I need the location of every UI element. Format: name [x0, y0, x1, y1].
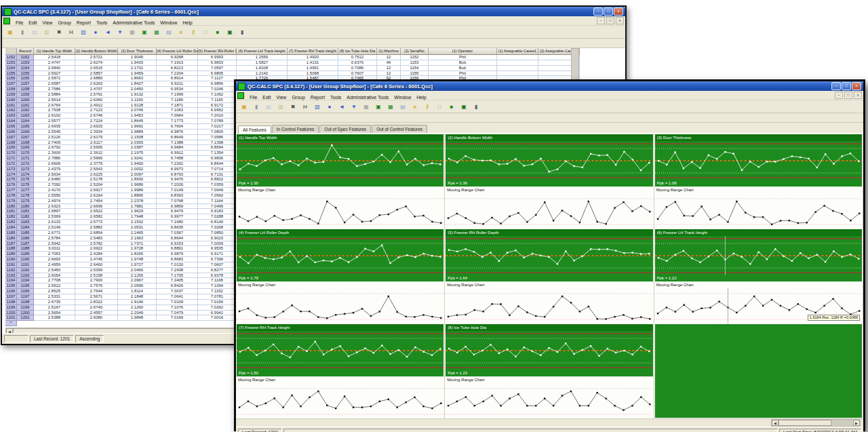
row-selector[interactable]: 1162 [5, 108, 17, 113]
row-selector[interactable]: 1185 [5, 231, 17, 236]
panel-icon[interactable]: □ [434, 102, 445, 112]
minimize-button[interactable]: – [831, 82, 841, 90]
grid-icon[interactable]: ▦ [361, 102, 372, 112]
row-selector[interactable]: 1159 [5, 92, 17, 98]
menu-item-window[interactable]: Window [391, 94, 414, 100]
table-row[interactable]: 115511552.59272.58571.94597.22046.98051.… [5, 71, 580, 77]
row-selector[interactable]: 1192 [5, 268, 17, 273]
menu-item-group[interactable]: Group [289, 94, 307, 100]
row-selector[interactable]: 1189 [5, 252, 17, 257]
report-icon[interactable]: ▧ [312, 102, 323, 112]
row-selector[interactable]: 1200 [5, 311, 17, 316]
paste-icon[interactable]: ▥ [41, 27, 52, 37]
folder-icon[interactable]: ■ [410, 102, 420, 112]
row-selector[interactable]: 1161 [5, 103, 17, 109]
grid-icon[interactable]: ▦ [127, 27, 138, 37]
panel-green-icon[interactable]: ■ [212, 27, 223, 37]
row-selector[interactable]: 1169 [5, 145, 17, 151]
column-header[interactable]: (8) Ice Tube Hole Dia [338, 48, 377, 55]
column-header[interactable]: (1) Handle Top Width [34, 48, 75, 55]
row-selector[interactable]: 1164 [5, 119, 17, 124]
datasheet-icon[interactable]: ▤ [163, 27, 174, 37]
first-record-icon[interactable]: ◄ [336, 102, 347, 112]
open-file-icon[interactable]: ▣ [239, 102, 250, 112]
tab-all-features[interactable]: All Features [238, 125, 271, 134]
pause-icon[interactable]: H [66, 27, 77, 37]
row-selector[interactable]: 1196 [5, 289, 17, 294]
tab-out-of-spec-features[interactable]: Out of Spec Features [319, 125, 371, 133]
row-selector[interactable]: 1179 [5, 199, 17, 204]
row-selector[interactable]: 1184 [5, 225, 17, 231]
xbar-chart-plot[interactable] [446, 236, 652, 275]
menu-item-report[interactable]: Report [74, 20, 94, 26]
column-header[interactable]: Record [17, 48, 34, 55]
row-selector[interactable]: 1152 [5, 55, 17, 60]
delete-icon[interactable]: ✖ [54, 27, 64, 37]
row-selector[interactable]: 1167 [5, 135, 17, 140]
row-selector[interactable]: 1158 [5, 87, 17, 92]
row-selector[interactable]: 1197 [5, 294, 17, 300]
moving-range-plot[interactable] [445, 193, 653, 229]
mdi-restore-button[interactable]: □ [844, 92, 852, 99]
filter-icon[interactable]: ▼ [115, 27, 125, 37]
moving-range-plot[interactable] [236, 288, 444, 323]
menu-item-help[interactable]: Help [180, 20, 195, 26]
xbar-chart-plot[interactable] [237, 331, 443, 370]
column-header[interactable]: (3) Door Thickness [118, 48, 157, 55]
mdi-minimize-button[interactable]: – [835, 92, 843, 99]
moving-range-plot[interactable] [445, 383, 653, 418]
column-header[interactable]: (2) Handle Bottom Width [75, 48, 118, 55]
table-row[interactable]: 115211522.54182.57211.90456.92686.99931.… [5, 55, 580, 60]
port-icon[interactable]: ▮ [471, 102, 481, 112]
spc-chart-icon[interactable]: ▣ [139, 27, 150, 37]
close-button[interactable]: x [852, 82, 861, 90]
menu-item-administrative-tools[interactable]: Administrative Tools [344, 94, 391, 100]
folder-icon[interactable]: ■ [176, 27, 186, 37]
pin-icon[interactable]: ● [90, 27, 101, 37]
table-row[interactable]: 115411542.68402.65152.17316.82137.05971.… [5, 66, 580, 71]
row-selector[interactable]: 1183 [5, 220, 17, 225]
scrollbar-thumb[interactable] [778, 420, 831, 426]
mdi-restore-button[interactable]: □ [606, 17, 614, 24]
paste-icon[interactable]: ▥ [275, 102, 286, 112]
xbar-chart-plot[interactable] [446, 331, 652, 370]
xbar-chart-plot[interactable] [237, 236, 443, 275]
datasheet-icon[interactable]: ▤ [397, 102, 408, 112]
spc-chart2-icon[interactable]: ▦ [151, 27, 162, 37]
row-selector[interactable]: 1181 [5, 209, 17, 214]
row-selector[interactable]: 1195 [5, 283, 17, 289]
row-selector[interactable]: 1177 [5, 188, 17, 193]
row-selector[interactable]: 1182 [5, 214, 17, 220]
mdi-close-button[interactable]: x [854, 92, 862, 99]
row-selector[interactable]: 1199 [5, 305, 17, 311]
row-selector[interactable]: 1174 [5, 172, 17, 178]
report-icon[interactable]: ▧ [78, 27, 89, 37]
spc-chart2-icon[interactable]: ▦ [385, 102, 396, 112]
close-button[interactable]: x [614, 7, 623, 16]
tab-in-control-features[interactable]: In Control Features [272, 125, 319, 133]
row-selector[interactable]: 1156 [5, 76, 17, 81]
menu-item-edit[interactable]: Edit [260, 94, 273, 100]
admin-key-icon[interactable]: ⚷ [422, 102, 433, 112]
column-header[interactable]: (6) Freezer LH Track Height [237, 48, 288, 55]
menu-item-group[interactable]: Group [55, 20, 73, 26]
delete-record-icon[interactable]: ▮ [251, 102, 262, 112]
moving-range-plot[interactable] [236, 193, 444, 229]
row-selector[interactable]: 1190 [5, 257, 17, 262]
row-selector[interactable]: 1191 [5, 262, 17, 268]
row-selector[interactable]: 1198 [5, 300, 17, 305]
column-header[interactable]: (7) Freezer RH Track Height [288, 48, 338, 55]
column-header[interactable]: (2) SerialNo [401, 48, 429, 55]
scroll-left-arrow-icon[interactable]: ◀ [6, 328, 13, 333]
first-record-icon[interactable]: ◄ [102, 27, 113, 37]
row-selector[interactable]: 1171 [5, 156, 17, 161]
column-header[interactable]: (1) Machine [377, 48, 401, 55]
delete-icon[interactable]: ✖ [288, 102, 298, 112]
row-selector[interactable]: 1160 [5, 98, 17, 103]
column-header[interactable]: (1) Assignable Cause1 [497, 48, 538, 55]
minimize-button[interactable]: – [593, 7, 603, 16]
panel-green-icon[interactable]: ■ [446, 102, 457, 112]
xbar-chart-plot[interactable] [237, 141, 443, 180]
row-selector[interactable]: 1153 [5, 60, 17, 66]
row-selector[interactable]: 1155 [5, 71, 17, 77]
